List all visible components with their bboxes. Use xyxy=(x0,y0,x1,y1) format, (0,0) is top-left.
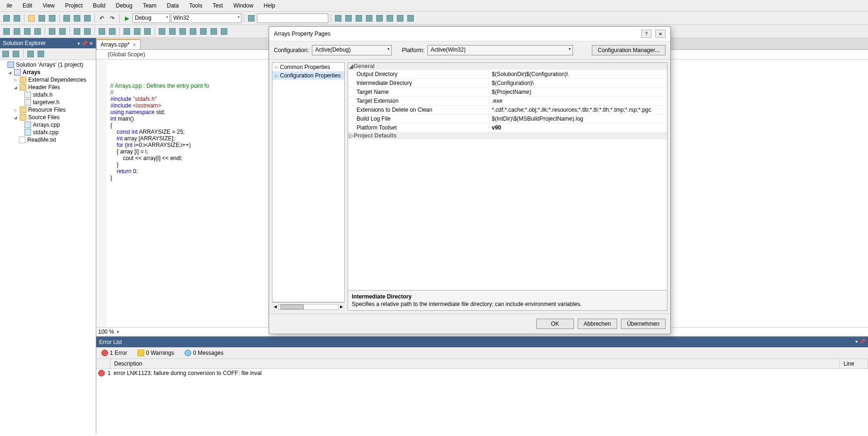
zoom-value[interactable]: 100 % xyxy=(98,329,114,335)
cancel-button[interactable]: Abbrechen xyxy=(578,319,617,329)
platform-combo[interactable]: Win32 xyxy=(171,14,241,23)
property-row[interactable]: Intermediate Directory$(Configuration)\ xyxy=(348,79,667,88)
copy-icon[interactable] xyxy=(72,14,82,23)
panel-pin-icon[interactable]: 📌 xyxy=(82,41,87,46)
tb2-icon[interactable] xyxy=(157,27,167,36)
menu-edit[interactable]: Edit xyxy=(18,1,37,10)
menu-team[interactable]: Team xyxy=(138,1,161,10)
uncomment-icon[interactable] xyxy=(83,27,92,36)
comment-icon[interactable] xyxy=(72,27,82,36)
config-manager-button[interactable]: Configuration Manager... xyxy=(592,45,666,55)
window-icon6[interactable] xyxy=(385,14,395,23)
zoom-dropdown-icon[interactable]: ▾ xyxy=(117,330,119,334)
dialog-tree-scrollbar[interactable]: ◀ ▶ xyxy=(272,302,345,311)
scroll-left-icon[interactable]: ◀ xyxy=(274,305,277,309)
menu-tools[interactable]: Tools xyxy=(185,1,207,10)
warnings-filter-button[interactable]: 0 Warnings xyxy=(133,348,178,358)
property-row[interactable]: Output Directory$(SolutionDir)$(Configur… xyxy=(348,70,667,79)
dialog-close-icon[interactable]: ✕ xyxy=(655,30,666,38)
property-row[interactable]: Target Extension.exe xyxy=(348,97,667,106)
find-input[interactable] xyxy=(257,14,328,23)
folder-node[interactable]: ▷Resource Files xyxy=(1,106,95,114)
folder-node[interactable]: ◢Source Files xyxy=(1,114,95,121)
menu-data[interactable]: Data xyxy=(162,1,183,10)
panel-dropdown-icon[interactable]: ▾ xyxy=(78,41,80,46)
bookmark-icon[interactable] xyxy=(97,27,107,36)
prop-value[interactable]: $(Configuration)\ xyxy=(489,79,667,87)
se-properties-icon[interactable] xyxy=(36,49,46,59)
undo-icon[interactable]: ↶ xyxy=(97,14,107,23)
file-node[interactable]: ReadMe.txt xyxy=(1,136,95,144)
prop-value[interactable]: $(ProjectName) xyxy=(489,88,667,96)
prop-value[interactable]: *.cdf;*.cache;*.obj;*.ilk;*.resources;*.… xyxy=(489,106,667,114)
folder-node[interactable]: ▷External Dependencies xyxy=(1,76,95,84)
find-icon[interactable] xyxy=(247,14,256,23)
property-row[interactable]: Platform Toolsetv90 xyxy=(348,123,667,132)
se-showall-icon[interactable] xyxy=(26,49,35,59)
tb2-icon[interactable] xyxy=(12,27,22,36)
file-node[interactable]: targetver.h xyxy=(1,99,95,106)
config-combo[interactable]: Debug xyxy=(132,14,170,23)
tb2-icon[interactable] xyxy=(132,27,142,36)
tb2-icon[interactable] xyxy=(122,27,132,36)
add-item-icon[interactable] xyxy=(12,14,22,23)
panel-pin-icon[interactable]: 📌 xyxy=(860,339,865,345)
project-node[interactable]: ◢Arrays xyxy=(1,69,95,76)
window-icon3[interactable] xyxy=(354,14,364,23)
col-line[interactable]: Line xyxy=(840,359,868,368)
dialog-titlebar[interactable]: Arrays Property Pages ? ✕ xyxy=(269,27,670,41)
prop-value[interactable]: v90 xyxy=(489,123,667,132)
save-icon[interactable] xyxy=(37,14,46,23)
file-node[interactable]: Arrays.cpp xyxy=(1,121,95,129)
folder-node[interactable]: ◢Header Files xyxy=(1,84,95,91)
tb2-icon[interactable] xyxy=(168,27,177,36)
menu-help[interactable]: Help xyxy=(259,1,280,10)
window-icon1[interactable] xyxy=(333,14,343,23)
tb2-icon[interactable] xyxy=(33,27,42,36)
start-debug-icon[interactable]: ▶ xyxy=(122,14,132,23)
dialog-tree-item[interactable]: ▷Configuration Properties xyxy=(272,71,344,80)
tab-close-icon[interactable]: ✕ xyxy=(132,42,136,47)
messages-filter-button[interactable]: 0 Messages xyxy=(180,348,228,358)
dialog-tree-item[interactable]: ▷Common Properties xyxy=(272,63,344,71)
prop-value[interactable]: .exe xyxy=(489,97,667,105)
tb2-icon[interactable] xyxy=(2,27,11,36)
window-icon2[interactable] xyxy=(344,14,353,23)
menu-debug[interactable]: Debug xyxy=(111,1,137,10)
save-all-icon[interactable] xyxy=(47,14,57,23)
menu-build[interactable]: Build xyxy=(88,1,110,10)
cut-icon[interactable] xyxy=(62,14,71,23)
platform-combo[interactable]: Active(Win32) xyxy=(427,45,573,55)
property-row[interactable]: Build Log File$(IntDir)\$(MSBuildProject… xyxy=(348,115,667,123)
errors-filter-button[interactable]: 1 Error xyxy=(97,348,132,358)
bookmark-icon[interactable] xyxy=(108,27,117,36)
new-project-icon[interactable] xyxy=(2,14,11,23)
menu-view[interactable]: View xyxy=(38,1,60,10)
scrollbar-thumb[interactable] xyxy=(280,305,304,309)
editor-tab[interactable]: Arrays.cpp* ✕ xyxy=(96,39,140,49)
open-icon[interactable] xyxy=(27,14,36,23)
prop-value[interactable]: $(IntDir)\$(MSBuildProjectName).log xyxy=(489,115,667,123)
redo-icon[interactable]: ↷ xyxy=(108,14,117,23)
grid-category[interactable]: ▷Project Defaults xyxy=(348,132,667,139)
tb2-icon[interactable] xyxy=(178,27,187,36)
config-combo[interactable]: Active(Debug) xyxy=(312,45,392,55)
se-home-icon[interactable] xyxy=(1,49,10,59)
window-icon5[interactable] xyxy=(375,14,384,23)
tb2-icon[interactable] xyxy=(188,27,198,36)
se-refresh-icon[interactable] xyxy=(11,49,21,59)
solution-node[interactable]: Solution 'Arrays' (1 project) xyxy=(1,61,95,69)
file-node[interactable]: stdafx.h xyxy=(1,91,95,99)
indent-icon[interactable] xyxy=(47,27,57,36)
panel-close-icon[interactable]: ✕ xyxy=(89,41,93,46)
apply-button[interactable]: Übernehmen xyxy=(621,319,666,329)
paste-icon[interactable] xyxy=(83,14,92,23)
menu-ile[interactable]: ile xyxy=(2,1,17,10)
tb2-icon[interactable] xyxy=(209,27,218,36)
prop-value[interactable]: $(SolutionDir)$(Configuration)\ xyxy=(489,70,667,78)
window-icon7[interactable] xyxy=(395,14,405,23)
property-row[interactable]: Extensions to Delete on Clean*.cdf;*.cac… xyxy=(348,106,667,115)
tb2-icon[interactable] xyxy=(219,27,229,36)
window-icon4[interactable] xyxy=(364,14,374,23)
col-description[interactable]: Description xyxy=(110,359,840,368)
